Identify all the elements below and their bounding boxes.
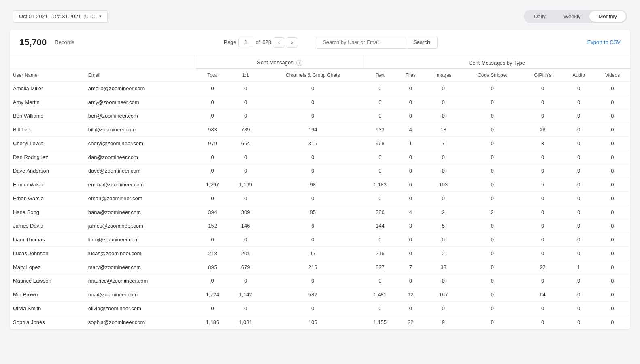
cell-userName: Ethan Garcia xyxy=(10,192,85,205)
cell-oneToOne: 0 xyxy=(229,95,262,109)
cell-text: 1,183 xyxy=(364,178,396,192)
table-row: Amelia Milleramelia@zoomineer.com0000000… xyxy=(10,82,630,95)
cell-images: 38 xyxy=(425,260,462,274)
cell-channelsGroup: 105 xyxy=(262,315,364,329)
cell-oneToOne: 146 xyxy=(229,219,262,233)
cell-audio: 0 xyxy=(563,137,594,150)
next-page-button[interactable]: › xyxy=(287,37,297,48)
cell-files: 7 xyxy=(397,260,425,274)
cell-videos: 0 xyxy=(595,315,630,329)
cell-images: 0 xyxy=(425,192,462,205)
cell-codeSnippet: 0 xyxy=(462,302,523,315)
cell-channelsGroup: 0 xyxy=(262,192,364,205)
cell-channelsGroup: 194 xyxy=(262,123,364,137)
cell-userName: Bill Lee xyxy=(10,123,85,137)
cell-images: 103 xyxy=(425,178,462,192)
cell-videos: 0 xyxy=(595,192,630,205)
cell-channelsGroup: 0 xyxy=(262,274,364,288)
search-input[interactable] xyxy=(317,36,406,49)
cell-oneToOne: 1,081 xyxy=(229,315,262,329)
cell-userName: Dan Rodriguez xyxy=(10,150,85,164)
column-header-row: User NameEmailTotal1:1Channels & Group C… xyxy=(10,69,630,82)
cell-audio: 0 xyxy=(563,205,594,219)
cell-files: 0 xyxy=(397,274,425,288)
cell-total: 1,724 xyxy=(196,288,229,302)
cell-text: 0 xyxy=(364,109,396,123)
search-button[interactable]: Search xyxy=(406,36,438,49)
cell-text: 827 xyxy=(364,260,396,274)
period-tab-daily[interactable]: Daily xyxy=(525,11,555,22)
period-tab-weekly[interactable]: Weekly xyxy=(555,11,589,22)
toolbar: 15,700 Records Page 1 of 628 ‹ › Search … xyxy=(10,30,630,55)
cell-userName: Ben Williams xyxy=(10,109,85,123)
empty-group-header xyxy=(10,55,196,69)
col-header-oneToOne: 1:1 xyxy=(229,69,262,82)
cell-channelsGroup: 0 xyxy=(262,82,364,95)
cell-text: 0 xyxy=(364,82,396,95)
sent-messages-info-icon[interactable]: i xyxy=(296,60,302,66)
table-row: Dave Andersondave@zoomineer.com000000000… xyxy=(10,164,630,178)
date-range-button[interactable]: Oct 01 2021 - Oct 31 2021 (UTC) ▾ xyxy=(13,10,108,23)
cell-channelsGroup: 216 xyxy=(262,260,364,274)
cell-email: mia@zoomineer.com xyxy=(85,288,196,302)
cell-email: bill@zoomineer.com xyxy=(85,123,196,137)
cell-files: 0 xyxy=(397,247,425,260)
cell-codeSnippet: 2 xyxy=(462,205,523,219)
table-row: Sophia Jonessophia@zoomineer.com1,1861,0… xyxy=(10,315,630,329)
table-row: Bill Leebill@zoomineer.com98378919493341… xyxy=(10,123,630,137)
cell-audio: 0 xyxy=(563,302,594,315)
main-card: 15,700 Records Page 1 of 628 ‹ › Search … xyxy=(10,30,630,329)
cell-oneToOne: 0 xyxy=(229,274,262,288)
cell-channelsGroup: 6 xyxy=(262,219,364,233)
cell-videos: 0 xyxy=(595,95,630,109)
cell-codeSnippet: 0 xyxy=(462,82,523,95)
cell-codeSnippet: 0 xyxy=(462,137,523,150)
cell-userName: Mary Lopez xyxy=(10,260,85,274)
records-label: Records xyxy=(55,39,74,45)
col-header-channelsGroup: Channels & Group Chats xyxy=(262,69,364,82)
cell-total: 218 xyxy=(196,247,229,260)
col-header-audio: Audio xyxy=(563,69,594,82)
cell-email: cheryl@zoomineer.com xyxy=(85,137,196,150)
cell-channelsGroup: 0 xyxy=(262,95,364,109)
cell-codeSnippet: 0 xyxy=(462,164,523,178)
cell-codeSnippet: 0 xyxy=(462,260,523,274)
total-pages: 628 xyxy=(262,39,271,45)
table-row: Cheryl Lewischeryl@zoomineer.com97966431… xyxy=(10,137,630,150)
cell-files: 12 xyxy=(397,288,425,302)
table-row: Emma Wilsonemma@zoomineer.com1,2971,1999… xyxy=(10,178,630,192)
cell-giphys: 0 xyxy=(523,82,563,95)
cell-codeSnippet: 0 xyxy=(462,233,523,247)
cell-channelsGroup: 98 xyxy=(262,178,364,192)
prev-page-button[interactable]: ‹ xyxy=(274,37,284,48)
cell-total: 0 xyxy=(196,109,229,123)
cell-oneToOne: 0 xyxy=(229,233,262,247)
cell-channelsGroup: 0 xyxy=(262,233,364,247)
cell-text: 0 xyxy=(364,233,396,247)
cell-giphys: 64 xyxy=(523,288,563,302)
cell-audio: 0 xyxy=(563,233,594,247)
export-csv-button[interactable]: Export to CSV xyxy=(587,39,621,45)
cell-giphys: 0 xyxy=(523,164,563,178)
cell-email: james@zoomineer.com xyxy=(85,219,196,233)
cell-files: 1 xyxy=(397,137,425,150)
cell-channelsGroup: 582 xyxy=(262,288,364,302)
table-body: Amelia Milleramelia@zoomineer.com0000000… xyxy=(10,82,630,329)
cell-userName: Maurice Lawson xyxy=(10,274,85,288)
cell-files: 0 xyxy=(397,302,425,315)
cell-channelsGroup: 85 xyxy=(262,205,364,219)
cell-images: 0 xyxy=(425,82,462,95)
cell-videos: 0 xyxy=(595,178,630,192)
cell-codeSnippet: 0 xyxy=(462,288,523,302)
data-table: Sent Messages i Sent Messages by Type Us… xyxy=(10,55,630,329)
cell-email: amy@zoomineer.com xyxy=(85,95,196,109)
date-range-text: Oct 01 2021 - Oct 31 2021 xyxy=(19,13,81,19)
col-header-email: Email xyxy=(85,69,196,82)
cell-giphys: 0 xyxy=(523,274,563,288)
period-tab-monthly[interactable]: Monthly xyxy=(589,11,626,22)
cell-videos: 0 xyxy=(595,274,630,288)
cell-giphys: 0 xyxy=(523,315,563,329)
page-input[interactable]: 1 xyxy=(238,38,253,47)
cell-email: hana@zoomineer.com xyxy=(85,205,196,219)
cell-audio: 0 xyxy=(563,274,594,288)
